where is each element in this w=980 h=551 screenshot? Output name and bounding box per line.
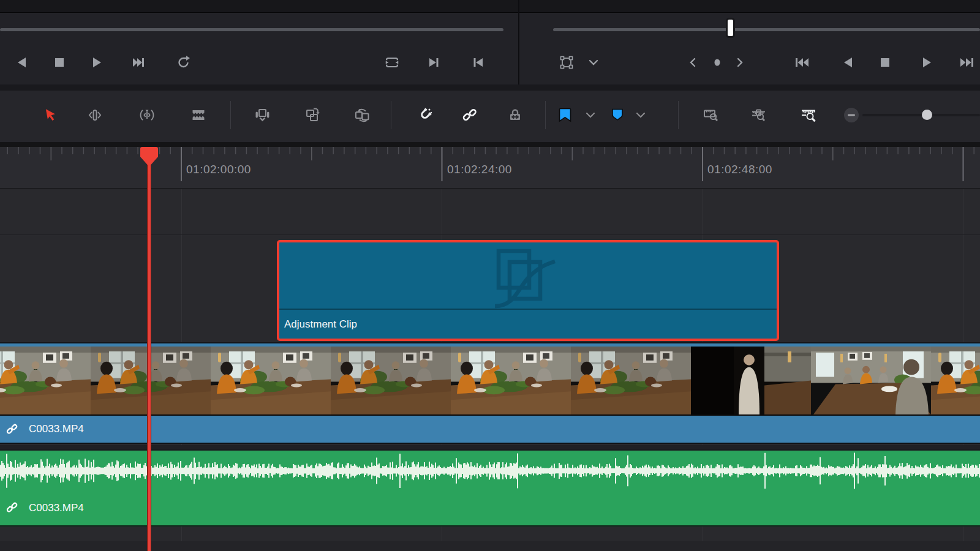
chevron-left-icon (686, 55, 701, 70)
clip-thumbnail (91, 347, 212, 414)
link-icon (6, 502, 18, 514)
insert-clip-icon (254, 107, 270, 123)
adjustment-clip-label: Adjustment Clip (279, 309, 777, 339)
trim-edit-icon (87, 107, 103, 123)
link-icon (462, 107, 478, 123)
chevron-down-icon (635, 109, 647, 121)
zoom-detail-icon (751, 107, 767, 123)
magnet-icon (416, 107, 433, 124)
linked-selection-button[interactable] (456, 102, 483, 129)
row-separator (0, 84, 980, 91)
overwrite-clip-button[interactable] (299, 102, 326, 129)
previous-edit-icon (471, 55, 486, 70)
previous-edit-button[interactable] (465, 49, 492, 76)
zoom-out-button[interactable] (838, 102, 865, 129)
timeline-stop-button[interactable] (872, 49, 899, 76)
video-clip-name: C0033.MP4 (29, 423, 84, 435)
overwrite-clip-icon (304, 107, 320, 123)
zoom-full-extent-button[interactable] (698, 102, 725, 129)
toolbar-divider (678, 101, 679, 129)
position-lock-button[interactable] (502, 102, 529, 129)
play-icon (919, 55, 934, 70)
chevron-down-icon (587, 56, 600, 69)
toolbar-divider (545, 101, 546, 129)
marker-button[interactable] (604, 102, 631, 129)
timecode-label: 01:02:24:00 (447, 163, 512, 176)
timeline-scrub-handle[interactable] (728, 20, 733, 36)
timeline-fast-forward-button[interactable] (954, 49, 980, 76)
dynamic-trim-mode-button[interactable] (134, 102, 160, 129)
play-button[interactable] (83, 49, 110, 76)
snapping-button[interactable] (411, 102, 438, 129)
clip-thumbnail (451, 347, 572, 414)
razor-icon (190, 107, 206, 123)
next-edit-icon (426, 55, 441, 70)
loop-playback-icon (385, 55, 399, 70)
source-scrub-bar[interactable] (0, 28, 503, 31)
toolbar-divider (391, 101, 391, 129)
timeline-play-reverse-button[interactable] (835, 49, 862, 76)
dynamic-trim-icon (139, 107, 155, 123)
clip-thumbnail (931, 347, 980, 414)
transform-icon (559, 55, 574, 70)
clip-thumbnail (211, 347, 332, 414)
timecode-label: 01:02:00:00 (186, 163, 251, 176)
clip-thumbnail (571, 347, 692, 414)
replace-clip-button[interactable] (349, 102, 376, 129)
jog-step-back-button[interactable] (684, 49, 703, 76)
flag-dropdown[interactable] (581, 102, 600, 129)
timeline-scrub-bar[interactable] (553, 28, 980, 31)
audio-clip-name: C0033.MP4 (29, 502, 84, 514)
timeline-play-button[interactable] (913, 49, 940, 76)
loop-button[interactable] (172, 49, 198, 76)
timecode-label: 01:02:48:00 (707, 163, 772, 176)
zoom-custom-icon (801, 107, 817, 124)
viewer-bottom-edge (0, 0, 980, 13)
selection-mode-button[interactable] (37, 102, 64, 129)
zoom-detail-button[interactable] (745, 102, 772, 129)
zoom-full-extent-icon (703, 107, 719, 123)
play-reverse-button[interactable] (9, 49, 36, 76)
marker-dropdown[interactable] (631, 102, 650, 129)
fast-forward-icon (131, 55, 146, 70)
jog-dot-icon (710, 55, 725, 70)
adjustment-clip[interactable]: Adjustment Clip (277, 240, 779, 341)
transform-button[interactable] (553, 49, 580, 76)
replace-clip-icon (354, 107, 371, 123)
zoom-slider-handle[interactable] (922, 110, 932, 120)
viewer-panel-divider (518, 0, 519, 91)
toolbar-divider (230, 101, 231, 129)
flag-icon (557, 107, 573, 124)
clip-thumbnail (0, 347, 92, 414)
razor-edit-mode-button[interactable] (185, 102, 212, 129)
next-edit-button[interactable] (420, 49, 447, 76)
first-frame-icon (794, 55, 810, 70)
stop-button[interactable] (46, 49, 73, 76)
marker-icon (609, 107, 625, 124)
play-reverse-icon (841, 55, 856, 70)
insert-clip-button[interactable] (249, 102, 276, 129)
fast-forward-icon (960, 55, 976, 70)
adjustment-clip-icon (491, 247, 565, 311)
cursor-icon (42, 107, 58, 123)
zoom-slider-track[interactable] (862, 114, 980, 116)
link-icon (6, 424, 18, 435)
fast-forward-button[interactable] (125, 49, 152, 76)
chevron-down-icon (584, 109, 597, 121)
loop-icon (177, 54, 193, 70)
position-lock-icon (507, 107, 523, 123)
minus-icon (843, 107, 860, 124)
clip-thumbnail (691, 347, 812, 414)
play-icon (89, 55, 104, 70)
first-frame-button[interactable] (788, 49, 815, 76)
trim-edit-mode-button[interactable] (81, 102, 108, 129)
zoom-custom-button[interactable] (795, 102, 822, 129)
flag-button[interactable] (552, 102, 579, 129)
playhead-marker[interactable] (140, 146, 159, 174)
playhead-line[interactable] (147, 149, 151, 551)
jog-dot-button[interactable] (708, 49, 726, 76)
davinci-resolve-edit-timeline: 01:02:00:00 01:02:24:00 01:02:48:00 Adju… (0, 0, 980, 551)
jog-step-forward-button[interactable] (730, 49, 748, 76)
loop-playback-button[interactable] (379, 49, 405, 76)
transform-dropdown[interactable] (584, 49, 603, 76)
